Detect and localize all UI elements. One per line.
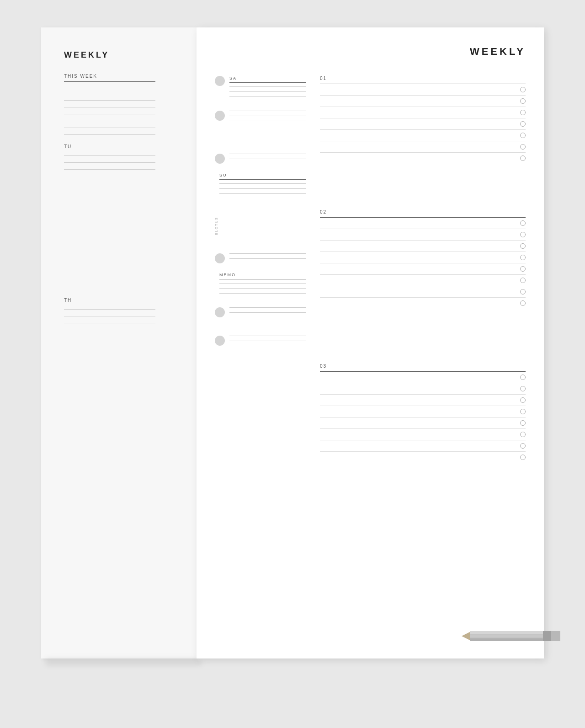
blotus-label: BLOTUS [215, 217, 218, 235]
pencil-decoration [462, 629, 562, 645]
task-item [320, 229, 526, 241]
right-page: WEEKLY SA [197, 27, 544, 658]
task-item [320, 118, 526, 130]
task-item [320, 96, 526, 107]
fri-sub-lines [229, 253, 306, 259]
blank-line-6 [64, 134, 155, 135]
mo-sub-3 [229, 121, 306, 121]
task-number-01: 01 [320, 76, 526, 81]
task-item [320, 418, 526, 429]
task-item [320, 286, 526, 298]
checkbox[interactable] [520, 443, 526, 449]
task-item [320, 372, 526, 383]
we-circle-area [215, 154, 225, 164]
day-tu-label: TU [64, 144, 178, 149]
pencil-ferrule [543, 631, 551, 641]
day-su-block: SU [215, 173, 306, 194]
blank-line-2 [64, 107, 155, 107]
day-sa-block: SA [215, 76, 306, 97]
task-item [320, 252, 526, 263]
sa-circle-area [215, 76, 225, 86]
checkbox[interactable] [520, 375, 526, 380]
this-week-label: THIS WEEK [64, 74, 178, 79]
checkbox[interactable] [520, 255, 526, 260]
checkbox[interactable] [520, 420, 526, 426]
th-line-2 [64, 316, 155, 316]
we-circle [215, 154, 225, 164]
task-item [320, 84, 526, 96]
pencil-top-highlight [470, 631, 543, 634]
checkbox[interactable] [520, 289, 526, 294]
task-section-02: 02 [320, 209, 526, 309]
extra2-circle-area [215, 336, 225, 346]
we-sub-1 [229, 154, 306, 154]
memo-label: MEMO [219, 273, 306, 277]
task-02-items [320, 218, 526, 309]
left-content-area: TU TH [64, 100, 178, 323]
blank-line-3 [64, 114, 155, 114]
extra1-sub-2 [229, 312, 306, 313]
task-item [320, 429, 526, 440]
day-fri-block [215, 253, 306, 263]
sa-sub-3 [229, 96, 306, 97]
sa-sub-lines [229, 86, 306, 97]
extra2-sub-2 [229, 341, 306, 341]
planner-spread: WEEKLY THIS WEEK TU TH [41, 27, 544, 658]
su-sub-2 [219, 188, 306, 189]
task-item [320, 141, 526, 153]
task-number-02: 02 [320, 209, 526, 214]
checkbox[interactable] [520, 432, 526, 437]
memo-text-area: MEMO [219, 273, 306, 294]
checkbox[interactable] [520, 300, 526, 306]
su-sub-3 [219, 193, 306, 194]
mo-sub-2 [229, 116, 306, 116]
checkbox[interactable] [520, 397, 526, 403]
sa-circle [215, 76, 225, 86]
sa-sub-2 [229, 91, 306, 92]
fri-text-area [229, 253, 306, 259]
days-column: SA [215, 76, 315, 474]
checkbox[interactable] [520, 243, 526, 249]
we-text-area [229, 154, 306, 159]
checkbox[interactable] [520, 87, 526, 92]
checkbox[interactable] [520, 220, 526, 226]
extra1-text-area [229, 307, 306, 313]
checkbox[interactable] [520, 232, 526, 237]
su-label: SU [219, 173, 306, 177]
fri-sub-1 [229, 253, 306, 254]
checkbox[interactable] [520, 98, 526, 104]
task-item [320, 406, 526, 418]
checkbox[interactable] [520, 266, 526, 272]
task-section-01: 01 [320, 76, 526, 164]
fri-circle [215, 253, 225, 263]
task-01-items [320, 84, 526, 164]
this-week-divider [64, 81, 155, 82]
checkbox[interactable] [520, 155, 526, 161]
checkbox[interactable] [520, 110, 526, 115]
right-page-title: WEEKLY [215, 46, 526, 58]
su-text-area: SU [219, 173, 306, 194]
checkbox[interactable] [520, 409, 526, 414]
sa-text-area: SA [229, 76, 306, 97]
we-sub-lines [229, 154, 306, 159]
checkbox[interactable] [520, 144, 526, 150]
task-item [320, 153, 526, 164]
checkbox[interactable] [520, 121, 526, 127]
task-item [320, 440, 526, 452]
sa-sub-1 [229, 86, 306, 87]
fri-circle-area [215, 253, 225, 263]
tu-line-1 [64, 155, 155, 156]
extra2-sub-1 [229, 336, 306, 336]
blotus-area: BLOTUS [215, 208, 306, 244]
pencil-eraser [551, 631, 560, 641]
checkbox[interactable] [520, 278, 526, 283]
task-item [320, 130, 526, 141]
day-extra2-block [215, 336, 306, 346]
checkbox[interactable] [520, 386, 526, 391]
checkbox[interactable] [520, 455, 526, 460]
checkbox[interactable] [520, 133, 526, 138]
task-item [320, 298, 526, 309]
task-03-items [320, 372, 526, 463]
tasks-column: 01 02 [315, 76, 526, 474]
tu-line-3 [64, 169, 155, 170]
